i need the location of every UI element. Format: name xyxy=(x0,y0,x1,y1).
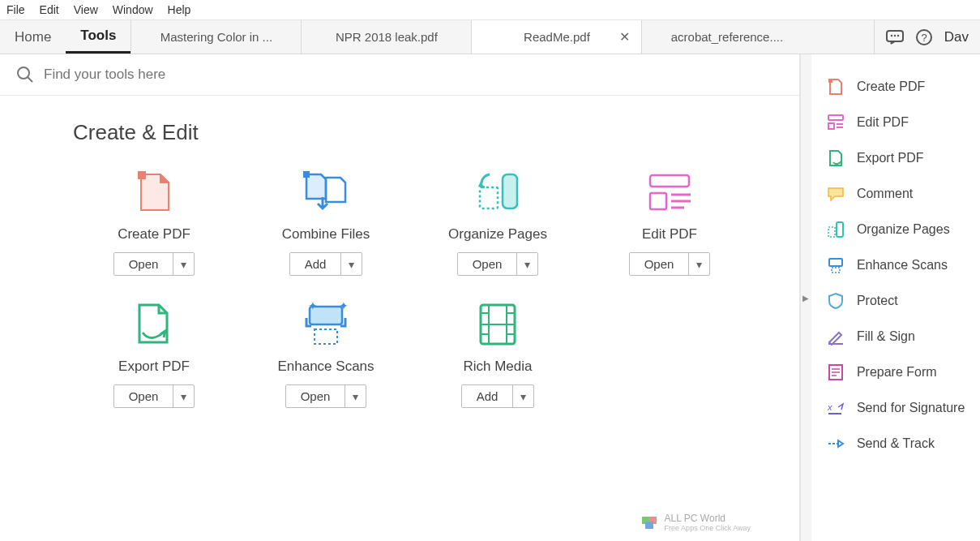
svg-rect-8 xyxy=(138,171,146,179)
tool-action-label: Open xyxy=(114,385,173,407)
svg-point-3 xyxy=(897,34,899,36)
close-icon[interactable]: ✕ xyxy=(619,29,630,45)
sidebar-item-label: Protect xyxy=(857,294,898,308)
sidebar-item[interactable]: Protect xyxy=(811,283,980,319)
tab-label: NPR 2018 leak.pdf xyxy=(336,30,438,44)
send-track-s-icon xyxy=(826,434,845,453)
sidebar-item[interactable]: Send & Track xyxy=(811,426,980,462)
enhance-s-icon xyxy=(826,255,845,275)
tool-action-label: Open xyxy=(114,253,173,275)
tool-action-button[interactable]: Open ▾ xyxy=(457,252,539,276)
tool-action-button[interactable]: Open ▾ xyxy=(113,252,195,276)
sidebar-item-label: Comment xyxy=(857,187,913,201)
menu-view[interactable]: View xyxy=(74,3,98,16)
sidebar-item[interactable]: xSend for Signature xyxy=(811,390,980,426)
tool-action-label: Add xyxy=(290,253,341,275)
tool-action-button[interactable]: Open ▾ xyxy=(629,252,711,276)
sidebar-item-label: Prepare Form xyxy=(857,365,937,380)
tool-label: Create PDF xyxy=(118,226,190,243)
svg-rect-11 xyxy=(480,187,498,208)
tool-label: Organize Pages xyxy=(448,226,547,243)
svg-text:x: x xyxy=(827,402,832,412)
section-title: Create & Edit xyxy=(73,120,751,145)
edit-pdf-icon xyxy=(645,168,694,217)
tool-card: ✦✦ Enhance Scans Open ▾ xyxy=(245,300,407,408)
svg-rect-18 xyxy=(315,329,337,344)
sidebar-item[interactable]: Enhance Scans xyxy=(811,247,980,283)
sidebar-item[interactable]: Edit PDF xyxy=(811,105,980,140)
tool-label: Edit PDF xyxy=(642,226,697,243)
sidebar-item-label: Enhance Scans xyxy=(857,258,948,273)
tool-action-button[interactable]: Add ▾ xyxy=(289,252,363,276)
organize-pages-icon xyxy=(473,168,522,217)
svg-rect-12 xyxy=(650,175,689,187)
search-icon xyxy=(16,66,34,84)
svg-rect-10 xyxy=(503,174,517,208)
chevron-down-icon[interactable]: ▾ xyxy=(512,385,533,407)
username-label[interactable]: Dav xyxy=(944,29,969,45)
chevron-down-icon[interactable]: ▾ xyxy=(173,385,194,407)
export-pdf-s-icon xyxy=(826,148,845,168)
chevron-down-icon[interactable]: ▾ xyxy=(344,385,366,407)
sidebar-item-label: Send & Track xyxy=(857,436,935,451)
rich-media-icon xyxy=(473,300,522,349)
sidebar-item[interactable]: Organize Pages xyxy=(811,212,980,247)
tool-card: Edit PDF Open ▾ xyxy=(588,168,751,276)
tool-label: Export PDF xyxy=(118,359,190,375)
tool-action-button[interactable]: Add ▾ xyxy=(461,384,535,408)
tools-sidebar: Create PDFEdit PDFExport PDFCommentOrgan… xyxy=(811,54,980,541)
menubar: File Edit View Window Help xyxy=(0,0,980,20)
notifications-icon[interactable] xyxy=(886,28,904,46)
tool-label: Combine Files xyxy=(282,226,370,243)
sidebar-item[interactable]: Export PDF xyxy=(811,140,980,176)
tab-label: Mastering Color in ... xyxy=(160,30,272,44)
tool-action-button[interactable]: Open ▾ xyxy=(285,384,367,408)
sidebar-item[interactable]: Fill & Sign xyxy=(811,319,980,354)
sign-s-icon xyxy=(826,327,845,346)
svg-rect-39 xyxy=(829,259,842,266)
enhance-scans-icon: ✦✦ xyxy=(302,300,350,349)
svg-rect-34 xyxy=(828,123,834,129)
document-tabs: Mastering Color in ... NPR 2018 leak.pdf… xyxy=(131,20,873,54)
svg-rect-9 xyxy=(303,171,310,178)
search-input[interactable] xyxy=(44,67,783,83)
tab-label: ReadMe.pdf xyxy=(524,30,590,44)
svg-point-6 xyxy=(18,67,29,79)
nav-home[interactable]: Home xyxy=(0,20,66,54)
tool-action-label: Add xyxy=(462,385,513,407)
menu-window[interactable]: Window xyxy=(113,3,153,16)
chevron-down-icon[interactable]: ▾ xyxy=(173,253,194,275)
sidebar-item-label: Fill & Sign xyxy=(857,329,915,344)
menu-edit[interactable]: Edit xyxy=(40,3,59,16)
tab-document[interactable]: acrobat_reference.... xyxy=(641,20,811,54)
svg-rect-37 xyxy=(837,222,843,237)
sidebar-item[interactable]: Comment xyxy=(811,176,980,212)
menu-help[interactable]: Help xyxy=(168,3,191,16)
tab-document[interactable]: ReadMe.pdf ✕ xyxy=(471,20,641,54)
collapse-rail[interactable]: ▶ xyxy=(800,54,811,541)
tool-action-button[interactable]: Open ▾ xyxy=(113,384,195,408)
tab-document[interactable]: NPR 2018 leak.pdf xyxy=(301,20,471,54)
chevron-down-icon[interactable]: ▾ xyxy=(688,253,709,275)
menu-file[interactable]: File xyxy=(6,3,25,16)
tab-document[interactable]: Mastering Color in ... xyxy=(131,20,301,54)
edit-pdf-s-icon xyxy=(826,113,845,132)
chevron-down-icon[interactable]: ▾ xyxy=(516,253,537,275)
organize-s-icon xyxy=(826,220,845,239)
help-icon[interactable]: ? xyxy=(915,28,933,46)
tool-card: Combine Files Add ▾ xyxy=(245,168,407,276)
nav-tools[interactable]: Tools xyxy=(66,20,131,54)
sidebar-item-label: Send for Signature xyxy=(857,401,965,415)
form-s-icon xyxy=(826,363,845,382)
sidebar-item[interactable]: Create PDF xyxy=(811,69,980,105)
svg-rect-13 xyxy=(650,193,666,209)
tool-label: Enhance Scans xyxy=(277,359,374,375)
chevron-down-icon[interactable]: ▾ xyxy=(340,253,362,275)
svg-line-7 xyxy=(28,77,32,82)
tool-card: Organize Pages Open ▾ xyxy=(417,168,579,276)
create-pdf-s-icon xyxy=(826,77,845,97)
sidebar-item-label: Export PDF xyxy=(857,151,924,165)
topbar: Home Tools Mastering Color in ... NPR 20… xyxy=(0,20,980,54)
svg-text:✦: ✦ xyxy=(308,302,318,312)
sidebar-item[interactable]: Prepare Form xyxy=(811,354,980,390)
